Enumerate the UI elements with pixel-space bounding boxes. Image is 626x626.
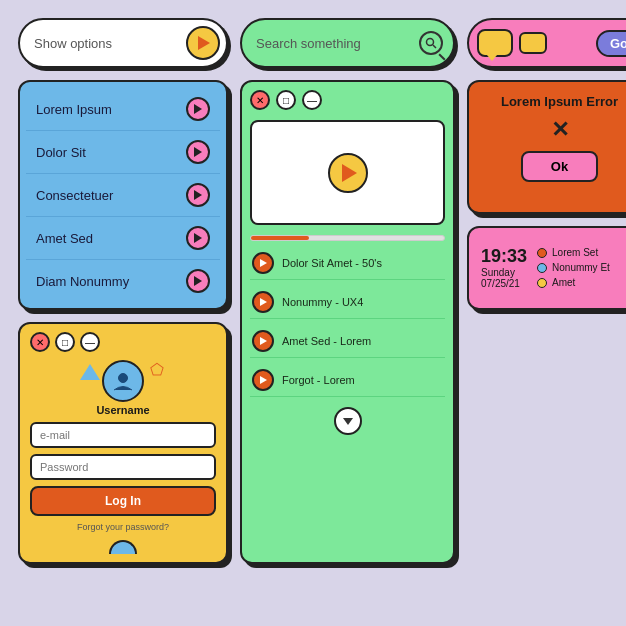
play-icon bbox=[198, 36, 210, 50]
playlist-play-4[interactable] bbox=[252, 369, 274, 391]
video-play-button[interactable] bbox=[328, 153, 368, 193]
menu-item-label-5: Diam Nonummy bbox=[36, 274, 129, 289]
menu-arrow-5[interactable] bbox=[186, 269, 210, 293]
playlist-item-2[interactable]: Nonummy - UX4 bbox=[250, 286, 445, 319]
chat-bubble-small bbox=[519, 32, 547, 54]
time-block: 19:33 Sunday 07/25/21 bbox=[481, 246, 527, 289]
legend-item-2: Nonummy Et bbox=[537, 262, 610, 273]
search-placeholder: Search something bbox=[256, 36, 419, 51]
playlist-play-1[interactable] bbox=[252, 252, 274, 274]
login-panel: ✕ □ — ⬠ Username Log In Forgot your pass… bbox=[18, 322, 228, 564]
date-display: 07/25/21 bbox=[481, 278, 520, 289]
email-input[interactable] bbox=[30, 422, 216, 448]
time-display: 19:33 bbox=[481, 246, 527, 267]
playlist-play-icon-1 bbox=[260, 259, 267, 267]
arrow-icon-1 bbox=[194, 104, 202, 114]
avatar-icon bbox=[112, 370, 134, 392]
menu-arrow-4[interactable] bbox=[186, 226, 210, 250]
search-svg bbox=[425, 37, 437, 49]
menu-item-label-3: Consectetuer bbox=[36, 188, 113, 203]
arrow-icon-3 bbox=[194, 190, 202, 200]
error-title: Lorem Ipsum Error bbox=[501, 94, 618, 109]
username-label: Username bbox=[96, 404, 149, 416]
playlist-label-1: Dolor Sit Amet - 50's bbox=[282, 257, 382, 269]
svg-point-2 bbox=[119, 374, 128, 383]
arrow-icon-2 bbox=[194, 147, 202, 157]
legend-block: Lorem Set Nonummy Et Amet bbox=[537, 247, 610, 288]
go-button[interactable]: Go bbox=[596, 30, 626, 57]
menu-item-1[interactable]: Lorem Ipsum bbox=[26, 88, 220, 131]
playlist-play-2[interactable] bbox=[252, 291, 274, 313]
svg-point-0 bbox=[427, 39, 434, 46]
more-button[interactable] bbox=[334, 407, 362, 435]
playlist-label-3: Amet Sed - Lorem bbox=[282, 335, 371, 347]
avatar-area: ⬠ Username bbox=[30, 360, 216, 416]
playlist-play-3[interactable] bbox=[252, 330, 274, 352]
menu-arrow-2[interactable] bbox=[186, 140, 210, 164]
arrow-icon-4 bbox=[194, 233, 202, 243]
playlist-play-icon-3 bbox=[260, 337, 267, 345]
forgot-password-link[interactable]: Forgot your password? bbox=[30, 522, 216, 532]
login-close-button[interactable]: ✕ bbox=[30, 332, 50, 352]
login-button[interactable]: Log In bbox=[30, 486, 216, 516]
menu-item-4[interactable]: Amet Sed bbox=[26, 217, 220, 260]
chat-widget: Go bbox=[467, 18, 626, 68]
menu-item-2[interactable]: Dolor Sit bbox=[26, 131, 220, 174]
video-play-icon bbox=[342, 164, 357, 182]
chat-bubble-large bbox=[477, 29, 513, 57]
login-window-controls: ✕ □ — bbox=[30, 332, 216, 352]
menu-item-3[interactable]: Consectetuer bbox=[26, 174, 220, 217]
playlist-label-2: Nonummy - UX4 bbox=[282, 296, 363, 308]
window-min-button[interactable]: □ bbox=[276, 90, 296, 110]
triangle-decoration bbox=[80, 364, 100, 380]
video-panel: ✕ □ — Dolor Sit Amet - 50's Nonummy - UX… bbox=[240, 80, 455, 564]
window-max-button[interactable]: — bbox=[302, 90, 322, 110]
login-min-button[interactable]: □ bbox=[55, 332, 75, 352]
playlist-play-icon-4 bbox=[260, 376, 267, 384]
search-widget[interactable]: Search something bbox=[240, 18, 455, 68]
menu-arrow-1[interactable] bbox=[186, 97, 210, 121]
video-progress-bar[interactable] bbox=[250, 235, 445, 241]
playlist-item-3[interactable]: Amet Sed - Lorem bbox=[250, 325, 445, 358]
login-max-button[interactable]: — bbox=[80, 332, 100, 352]
password-input[interactable] bbox=[30, 454, 216, 480]
video-player[interactable] bbox=[250, 120, 445, 225]
menu-arrow-3[interactable] bbox=[186, 183, 210, 207]
legend-item-1: Lorem Set bbox=[537, 247, 610, 258]
pentagon-decoration: ⬠ bbox=[150, 360, 164, 379]
legend-dot-yellow bbox=[537, 278, 547, 288]
avatar bbox=[102, 360, 144, 402]
legend-item-3: Amet bbox=[537, 277, 610, 288]
show-options-label: Show options bbox=[34, 36, 186, 51]
menu-item-label-2: Dolor Sit bbox=[36, 145, 86, 160]
playlist-item-1[interactable]: Dolor Sit Amet - 50's bbox=[250, 247, 445, 280]
arrow-icon-5 bbox=[194, 276, 202, 286]
legend-dot-blue bbox=[537, 263, 547, 273]
status-panel: 19:33 Sunday 07/25/21 Lorem Set Nonummy … bbox=[467, 226, 626, 311]
playlist-item-4[interactable]: Forgot - Lorem bbox=[250, 364, 445, 397]
legend-label-1: Lorem Set bbox=[552, 247, 598, 258]
menu-item-5[interactable]: Diam Nonummy bbox=[26, 260, 220, 302]
error-x-icon: ✕ bbox=[551, 117, 569, 143]
window-close-button[interactable]: ✕ bbox=[250, 90, 270, 110]
window-controls: ✕ □ — bbox=[250, 90, 445, 110]
playlist-play-icon-2 bbox=[260, 298, 267, 306]
menu-item-label-4: Amet Sed bbox=[36, 231, 93, 246]
legend-dot-red bbox=[537, 248, 547, 258]
ok-button[interactable]: Ok bbox=[521, 151, 598, 182]
menu-list: Lorem Ipsum Dolor Sit Consectetuer Amet … bbox=[18, 80, 228, 310]
half-circle-decoration bbox=[109, 540, 137, 554]
play-button[interactable] bbox=[186, 26, 220, 60]
legend-label-3: Amet bbox=[552, 277, 575, 288]
menu-item-label-1: Lorem Ipsum bbox=[36, 102, 112, 117]
show-options-widget[interactable]: Show options bbox=[18, 18, 228, 68]
chevron-down-icon bbox=[343, 418, 353, 425]
playlist-label-4: Forgot - Lorem bbox=[282, 374, 355, 386]
search-icon[interactable] bbox=[419, 31, 443, 55]
legend-label-2: Nonummy Et bbox=[552, 262, 610, 273]
day-display: Sunday bbox=[481, 267, 515, 278]
svg-line-1 bbox=[433, 45, 436, 48]
video-progress-fill bbox=[251, 236, 309, 240]
error-panel: Lorem Ipsum Error ✕ Ok bbox=[467, 80, 626, 214]
